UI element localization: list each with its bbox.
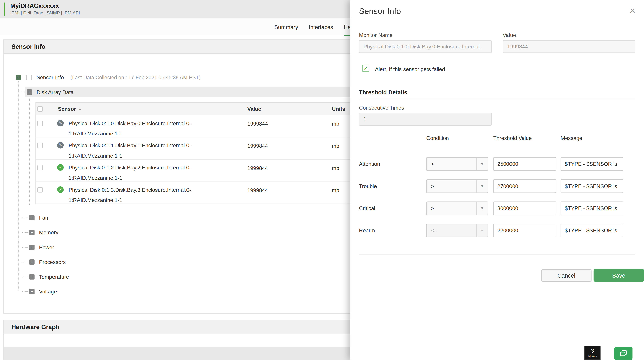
panel-title: Sensor Info xyxy=(359,6,401,16)
tab-label: Interfaces xyxy=(309,24,333,30)
tab[interactable]: Interfaces xyxy=(309,18,333,36)
tree-item-label: Processors xyxy=(39,259,66,265)
collapse-toggle-icon[interactable]: − xyxy=(27,89,32,95)
tree-item[interactable]: + Fan xyxy=(29,210,69,225)
sensor-table: Sensor▲ Value Units Physical Disk 0:1:0.… xyxy=(36,102,351,204)
condition-selected-value: > xyxy=(431,161,434,167)
table-row[interactable]: Physical Disk 0:1:3.Disk.Bay.3:Enclosure… xyxy=(36,182,351,204)
sensor-category-tree: + Fan + Memory + Power + xyxy=(29,210,69,299)
sensor-name: Physical Disk 0:1:0.Disk.Bay.0:Enclosure… xyxy=(68,118,195,139)
message-input[interactable] xyxy=(561,157,623,171)
sensor-name: Physical Disk 0:1:2.Disk.Bay.2:Enclosure… xyxy=(68,163,195,183)
sensor-status-icon xyxy=(57,120,64,126)
consecutive-times-input[interactable] xyxy=(359,113,492,125)
tree-item[interactable]: + Processors xyxy=(29,254,69,269)
threshold-value-column-header: Threshold Value xyxy=(493,135,532,141)
cancel-button[interactable]: Cancel xyxy=(541,269,592,282)
tree-root-row: − Sensor Info (Last Data Collected on : … xyxy=(16,74,200,80)
chevron-down-icon: ▾ xyxy=(476,224,488,237)
last-collected-note: (Last Data Collected on : 17 Feb 2021 05… xyxy=(70,74,200,80)
sensor-status-icon xyxy=(57,186,64,193)
condition-selected-value: > xyxy=(431,205,434,211)
condition-select[interactable]: > ▾ xyxy=(426,201,488,215)
condition-select[interactable]: > ▾ xyxy=(426,179,488,193)
threshold-row: Rearm <= ▾ xyxy=(359,224,635,237)
tree-item[interactable]: + Memory xyxy=(29,225,69,240)
threshold-column-headers: Condition Threshold Value Message xyxy=(359,135,635,142)
tree-item-label: Power xyxy=(39,244,54,250)
row-checkbox[interactable] xyxy=(38,187,43,193)
threshold-value-input[interactable] xyxy=(493,224,556,237)
table-row[interactable]: Physical Disk 0:1:1.Disk.Bay.1:Enclosure… xyxy=(36,137,351,160)
screen: MyiDRACxxxxxx IPMI | Dell IDrac | SNMP |… xyxy=(0,0,644,360)
condition-select[interactable]: > ▾ xyxy=(426,157,488,171)
expand-toggle-icon[interactable]: + xyxy=(29,289,34,294)
sensor-value: 1999844 xyxy=(247,187,268,193)
table-row[interactable]: Physical Disk 0:1:0.Disk.Bay.0:Enclosure… xyxy=(36,115,351,137)
message-column-header: Message xyxy=(561,135,582,141)
sensor-name: Physical Disk 0:1:1.Disk.Bay.1:Enclosure… xyxy=(68,140,195,161)
expand-toggle-icon[interactable]: + xyxy=(29,230,34,235)
chevron-down-icon: ▾ xyxy=(476,180,488,193)
alert-checkbox[interactable]: ✓ xyxy=(362,65,369,72)
table-row[interactable]: Physical Disk 0:1:2.Disk.Bay.2:Enclosure… xyxy=(36,160,351,182)
chevron-down-icon: ▾ xyxy=(476,158,488,170)
sensor-table-header: Sensor▲ Value Units xyxy=(36,102,351,115)
sensor-value: 1999844 xyxy=(247,165,268,171)
expand-toggle-icon[interactable]: + xyxy=(29,215,34,220)
sensor-value: 1999844 xyxy=(247,121,268,127)
row-checkbox[interactable] xyxy=(38,143,43,148)
threshold-row-label: Trouble xyxy=(359,179,377,193)
tree-item[interactable]: + Temperature xyxy=(29,269,69,284)
sensor-info-panel: Sensor Info ✕ Monitor Name Value ✓ Alert… xyxy=(350,0,644,360)
root-checkbox[interactable] xyxy=(26,75,32,80)
alarms-badge[interactable]: 3 Alarms xyxy=(584,346,600,360)
sensor-name: Physical Disk 0:1:3.Disk.Bay.3:Enclosure… xyxy=(68,185,195,205)
condition-selected-value: > xyxy=(431,183,434,189)
monitor-name-input xyxy=(359,40,492,53)
message-input[interactable] xyxy=(561,224,623,237)
sensor-units: mb xyxy=(332,143,339,149)
tree-guide-line xyxy=(18,81,19,291)
select-all-checkbox[interactable] xyxy=(38,106,43,112)
divider xyxy=(359,99,635,99)
expand-toggle-icon[interactable]: + xyxy=(29,244,34,250)
tree-guide-line xyxy=(29,97,30,205)
condition-select[interactable]: <= ▾ xyxy=(426,224,488,237)
row-checkbox[interactable] xyxy=(38,121,43,126)
threshold-value-input[interactable] xyxy=(493,179,556,193)
tree-item-label: Fan xyxy=(39,215,48,221)
expand-toggle-icon[interactable]: + xyxy=(29,274,34,279)
message-input[interactable] xyxy=(561,179,623,193)
collapse-toggle-icon[interactable]: − xyxy=(16,75,22,80)
expand-toggle-icon[interactable]: + xyxy=(29,259,34,265)
save-button[interactable]: Save xyxy=(594,269,644,282)
support-chat-icon xyxy=(619,350,628,357)
column-header-sensor[interactable]: Sensor▲ xyxy=(58,106,82,112)
tree-item[interactable]: + Power xyxy=(29,240,69,254)
tab[interactable]: Summary xyxy=(274,18,298,36)
message-input[interactable] xyxy=(561,201,623,215)
chevron-down-icon: ▾ xyxy=(476,202,488,215)
divider xyxy=(359,254,635,255)
threshold-value-input[interactable] xyxy=(493,201,556,215)
support-chat-button[interactable] xyxy=(614,347,632,360)
tree-item-label: Temperature xyxy=(39,274,69,280)
threshold-row: Critical > ▾ xyxy=(359,201,635,215)
close-icon[interactable]: ✕ xyxy=(629,6,636,15)
sensor-value: 1999844 xyxy=(247,143,268,149)
sort-asc-icon: ▲ xyxy=(78,107,82,111)
column-header-value: Value xyxy=(247,106,261,112)
tree-group-disk-array[interactable]: − Disk Array Data xyxy=(25,87,351,97)
sensor-status-icon xyxy=(57,164,64,171)
row-checkbox[interactable] xyxy=(38,165,43,170)
threshold-row-label: Critical xyxy=(359,201,375,215)
sensor-units: mb xyxy=(332,187,339,193)
threshold-value-input[interactable] xyxy=(493,157,556,171)
threshold-rows: Attention > ▾ Trouble > ▾ xyxy=(359,157,635,246)
sensor-units: mb xyxy=(332,121,339,127)
alarm-count-label: Alarms xyxy=(585,355,600,358)
tree-item-label: Memory xyxy=(39,229,58,236)
tree-item[interactable]: + Voltage xyxy=(29,284,69,299)
alarm-count: 3 xyxy=(585,347,600,355)
